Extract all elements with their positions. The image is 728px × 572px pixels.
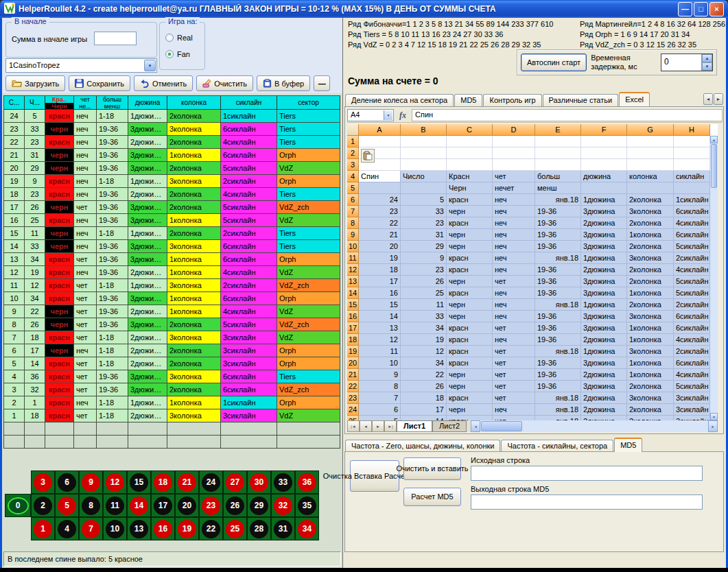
excel-row-header-23[interactable]: 23 — [347, 392, 359, 404]
excel-cell-A7[interactable]: 23 — [359, 206, 401, 217]
excel-cell-H23[interactable]: 3сиклайн — [674, 392, 710, 404]
excel-cell-D17[interactable]: чет — [493, 322, 535, 334]
tab-scroll-right-icon[interactable]: ► — [714, 93, 723, 105]
excel-cell-H3[interactable] — [674, 159, 710, 171]
board-cell-4[interactable]: 4 — [55, 517, 79, 540]
excel-cell-G18[interactable]: 1колонка — [627, 334, 674, 346]
excel-cell-H13[interactable]: 5сиклайн — [674, 276, 710, 287]
excel-cell-G16[interactable]: 3колонка — [627, 311, 674, 322]
tab-excel[interactable]: Excel — [619, 92, 650, 106]
excel-cell-F7[interactable]: 3дюжина — [581, 206, 627, 217]
excel-row-header-21[interactable]: 21 — [347, 369, 359, 381]
excel-row-header-16[interactable]: 16 — [347, 311, 359, 322]
excel-cell-F13[interactable]: 3дюжина — [581, 276, 627, 287]
excel-row-header-2[interactable]: 2 — [347, 147, 359, 159]
excel-cell-H15[interactable]: 2сиклайн — [674, 299, 710, 311]
sheet-next-icon[interactable]: ► — [372, 420, 384, 432]
excel-cell-E10[interactable]: 19-36 — [535, 241, 581, 252]
excel-cell-G22[interactable]: 2колонка — [627, 381, 674, 392]
excel-cell-E16[interactable]: 19-36 — [535, 311, 581, 322]
tab-articles[interactable]: Различные статьи — [543, 94, 619, 106]
excel-cell-G2[interactable] — [627, 147, 674, 159]
board-cell-36[interactable]: 36 — [295, 470, 319, 494]
excel-cell-D22[interactable]: чет — [493, 381, 535, 392]
excel-cell-F20[interactable]: 3дюжина — [581, 357, 627, 369]
excel-cell-C5[interactable]: Черн — [447, 182, 493, 194]
excel-cell-E13[interactable]: 19-36 — [535, 276, 581, 287]
excel-cell-F5[interactable] — [581, 182, 627, 194]
md5-clear-and-paste-button[interactable]: Очистить и вставить — [403, 457, 461, 480]
excel-cell-H2[interactable] — [674, 147, 710, 159]
sheet-prev-icon[interactable]: ◄ — [360, 420, 372, 432]
excel-cell-B24[interactable]: 17 — [401, 404, 447, 416]
board-cell-33[interactable]: 33 — [271, 470, 295, 494]
excel-cell-C14[interactable]: красн — [447, 287, 493, 299]
excel-cell-G10[interactable]: 2колонка — [627, 241, 674, 252]
excel-cell-A20[interactable]: 10 — [359, 357, 401, 369]
excel-cell-A12[interactable]: 18 — [359, 264, 401, 276]
excel-cell-B5[interactable] — [401, 182, 447, 194]
collapse-button[interactable]: — — [314, 75, 330, 91]
excel-cell-A23[interactable]: 7 — [359, 392, 401, 404]
excel-row-header-7[interactable]: 7 — [347, 206, 359, 217]
board-cell-25[interactable]: 25 — [223, 517, 247, 540]
sheet-tab-list2[interactable]: Лист2 — [432, 420, 467, 432]
excel-cell-A17[interactable]: 13 — [359, 322, 401, 334]
excel-cell-A6[interactable]: 24 — [359, 194, 401, 206]
excel-cell-D20[interactable]: чет — [493, 357, 535, 369]
excel-col-header-A[interactable]: A — [359, 124, 401, 136]
excel-cell-E4[interactable]: больш — [535, 171, 581, 182]
excel-cell-C16[interactable]: черн — [447, 311, 493, 322]
chevron-down-icon[interactable]: ▼ — [144, 60, 156, 71]
excel-cell-G7[interactable]: 3колонка — [627, 206, 674, 217]
excel-cell-D21[interactable]: чет — [493, 369, 535, 381]
excel-row-header-18[interactable]: 18 — [347, 334, 359, 346]
excel-row-header-22[interactable]: 22 — [347, 381, 359, 392]
excel-cell-C18[interactable]: красн — [447, 334, 493, 346]
excel-cell-G9[interactable]: 1колонка — [627, 229, 674, 241]
board-cell-22[interactable]: 22 — [199, 517, 223, 540]
excel-cell-C21[interactable]: черн — [447, 369, 493, 381]
excel-cell-F19[interactable]: 1дюжина — [581, 346, 627, 357]
excel-cell-E21[interactable]: 19-36 — [535, 369, 581, 381]
excel-cell-B1[interactable] — [401, 136, 447, 147]
excel-cell-D10[interactable]: неч — [493, 241, 535, 252]
excel-cell-D2[interactable] — [493, 147, 535, 159]
excel-cell-B13[interactable]: 26 — [401, 276, 447, 287]
excel-cell-E5[interactable]: менш — [535, 182, 581, 194]
excel-cell-B23[interactable]: 18 — [401, 392, 447, 404]
excel-cell-D4[interactable]: чет — [493, 171, 535, 182]
excel-cell-H19[interactable]: 2сиклайн — [674, 346, 710, 357]
sheet-first-icon[interactable]: |◄ — [347, 420, 360, 432]
excel-cell-B20[interactable]: 34 — [401, 357, 447, 369]
md5-input-field[interactable] — [471, 466, 703, 481]
excel-cell-E1[interactable] — [535, 136, 581, 147]
excel-cell-G13[interactable]: 2колонка — [627, 276, 674, 287]
excel-cell-E14[interactable]: 19-36 — [535, 287, 581, 299]
paste-options-icon[interactable] — [361, 149, 375, 163]
board-cell-20[interactable]: 20 — [175, 494, 199, 517]
autospin-start-button[interactable]: Автоспин старт — [521, 53, 587, 71]
excel-cell-H12[interactable]: 4сиклайн — [674, 264, 710, 276]
excel-cell-C17[interactable]: красн — [447, 322, 493, 334]
excel-cell-C13[interactable]: черн — [447, 276, 493, 287]
excel-cell-D1[interactable] — [493, 136, 535, 147]
radio-fan[interactable]: Fan — [165, 50, 190, 58]
board-cell-21[interactable]: 21 — [175, 470, 199, 494]
excel-col-header-D[interactable]: D — [493, 124, 535, 136]
tab-freq-sixlines-sectors[interactable]: Частота - сиклайны, сектора — [501, 440, 613, 452]
excel-cell-F11[interactable]: 1дюжина — [581, 252, 627, 264]
cell-name-box[interactable]: A4 ▼ — [347, 109, 394, 121]
sheet-last-icon[interactable]: ►| — [384, 420, 397, 432]
vertical-scroll-thumb[interactable] — [711, 144, 717, 188]
board-cell-15[interactable]: 15 — [127, 470, 151, 494]
board-cell-1[interactable]: 1 — [31, 517, 55, 540]
excel-col-header-F[interactable]: F — [581, 124, 627, 136]
excel-cell-C23[interactable]: красн — [447, 392, 493, 404]
excel-cell-B10[interactable]: 29 — [401, 241, 447, 252]
excel-cell-F3[interactable] — [581, 159, 627, 171]
close-button[interactable]: × — [709, 2, 724, 16]
excel-cell-D5[interactable]: нечет — [493, 182, 535, 194]
excel-cell-B2[interactable] — [401, 147, 447, 159]
excel-cell-E8[interactable]: 19-36 — [535, 217, 581, 229]
